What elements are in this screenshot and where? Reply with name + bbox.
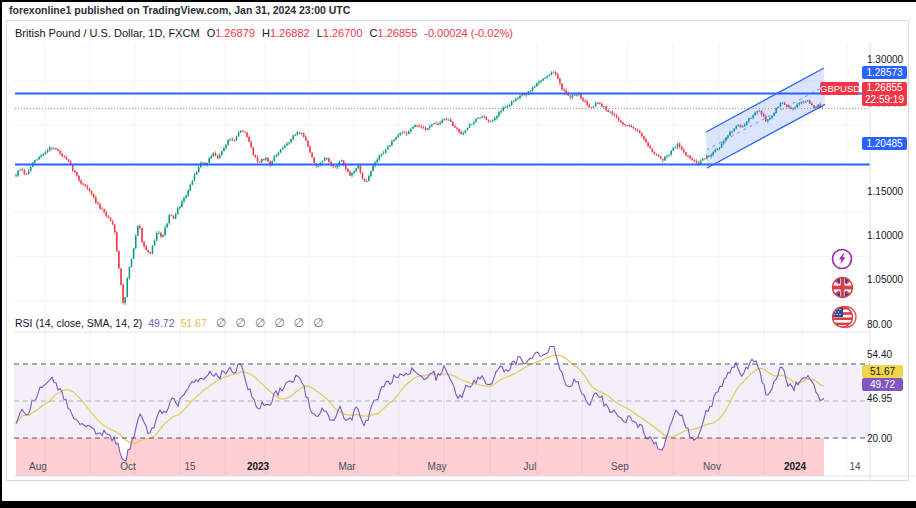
empty-set-icon: ∅ — [235, 316, 245, 330]
uk-flag-event-icon[interactable] — [831, 276, 854, 299]
event-icon-stack — [831, 248, 859, 335]
time-axis-label[interactable]: Jul — [510, 461, 550, 472]
last-price-badge: 1.26855 22:59:19 — [862, 82, 907, 106]
rsi-value: 49.72 — [148, 317, 174, 329]
time-axis-label[interactable]: May — [417, 461, 457, 472]
level-price-badge: 1.28573 — [862, 66, 907, 79]
symbol-legend: British Pound / U.S. Dollar, 1D, FXCMO1.… — [15, 27, 513, 39]
ohlc-high-key: H — [262, 27, 270, 39]
chart-canvas[interactable] — [14, 42, 915, 501]
time-axis-label[interactable]: 15 — [170, 461, 210, 472]
bottom-border — [0, 501, 916, 508]
price-axis-label: 1.15000 — [867, 185, 903, 198]
ohlc-close-value: 1.26855 — [378, 27, 418, 39]
time-axis-label[interactable]: Mar — [327, 461, 367, 472]
change-value: -0.00024 (-0.02%) — [424, 27, 513, 39]
top-border — [0, 0, 916, 2]
price-axis-label: 1.05000 — [867, 273, 903, 286]
rsi-value-badge: 49.72 — [862, 378, 903, 391]
price-axis-label: 1.10000 — [867, 229, 903, 242]
empty-set-icon: ∅ — [274, 316, 284, 330]
symbol-badge: GBPUSD — [820, 82, 859, 95]
time-axis-label[interactable]: Nov — [692, 461, 732, 472]
empty-set-icon: ∅ — [255, 316, 265, 330]
empty-set-icon: ∅ — [294, 316, 304, 330]
tradingview-published-chart: forexonline1 published on TradingView.co… — [0, 0, 916, 508]
rsi-title: RSI (14, close, SMA, 14, 2) — [15, 317, 142, 329]
rsi-axis-label: 20.00 — [867, 432, 892, 445]
ohlc-high-value: 1.26882 — [270, 27, 310, 39]
rsi-axis-label: 54.40 — [867, 348, 892, 361]
price-axis-label: 1.30000 — [867, 53, 903, 66]
rsi-axis-label: 46.95 — [867, 392, 892, 405]
ohlc-open-key: O — [207, 27, 216, 39]
chart-frame — [6, 20, 909, 481]
level-price-badge: 1.20485 — [862, 137, 907, 150]
lightning-event-icon[interactable] — [831, 248, 853, 270]
ohlc-low-value: 1.26700 — [323, 27, 363, 39]
ohlc-open-value: 1.26879 — [215, 27, 255, 39]
us-flag-event-icon[interactable] — [831, 305, 857, 329]
symbol-title: British Pound / U.S. Dollar, 1D, FXCM — [15, 27, 200, 39]
time-axis-label[interactable]: 2024 — [775, 461, 815, 472]
rsi-legend: RSI (14, close, SMA, 14, 2)49.7251.67∅∅∅… — [15, 316, 324, 330]
time-axis-label[interactable]: 14 — [835, 461, 875, 472]
time-axis-label[interactable]: 2023 — [238, 461, 278, 472]
rsi-empty-plot-slots: ∅∅∅∅∅∅ — [207, 317, 324, 329]
empty-set-icon: ∅ — [216, 316, 226, 330]
rsi-ma-value: 51.67 — [181, 317, 207, 329]
time-axis-label[interactable]: Aug — [18, 461, 58, 472]
left-border — [0, 0, 2, 508]
empty-set-icon: ∅ — [313, 316, 323, 330]
rsi-axis-label: 80.00 — [867, 318, 892, 331]
attribution-text: forexonline1 published on TradingView.co… — [9, 4, 350, 16]
time-axis-label[interactable]: Oct — [108, 461, 148, 472]
ohlc-close-key: C — [370, 27, 378, 39]
rsi-ma-badge: 51.67 — [862, 365, 903, 378]
footer-bar: 17 TradingView — [0, 482, 916, 501]
time-axis-label[interactable]: Sep — [600, 461, 640, 472]
last-price-value: 1.26855 — [862, 82, 907, 94]
bar-countdown: 22:59:19 — [862, 94, 907, 106]
